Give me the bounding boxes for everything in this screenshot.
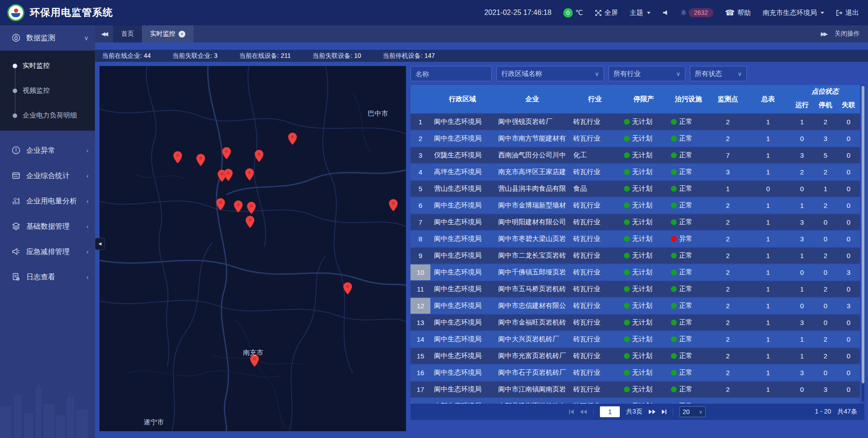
notification-area[interactable]: 2632 xyxy=(680,8,713,17)
cell-stop-count: 5 xyxy=(814,147,837,163)
map-pin[interactable] xyxy=(388,199,398,214)
name-search-input[interactable] xyxy=(410,66,492,81)
logout-button[interactable]: 退出 xyxy=(836,9,859,17)
sidebar-item-power-load-detail[interactable]: 企业电力负荷明细 xyxy=(0,103,95,128)
cell-industry: 砖瓦行业 xyxy=(570,398,620,404)
col-company: 企业 xyxy=(495,85,570,113)
sidebar-item-log-view[interactable]: 日志查看 ‹ xyxy=(0,264,95,290)
cell-limit-status: 无计划 xyxy=(620,298,667,314)
cell-total-meters: 1 xyxy=(746,348,790,364)
table-row[interactable]: 6阆中生态环境局阆中市金博瑞新型墙材砖瓦行业无计划正常21120 xyxy=(410,198,860,213)
name-search-field[interactable] xyxy=(415,70,487,78)
sidebar-item-video-monitor[interactable]: 视频监控 xyxy=(0,78,95,103)
map-pin[interactable] xyxy=(173,151,183,166)
submenu-data-monitor: 实时监控 视频监控 企业电力负荷明细 xyxy=(0,51,95,131)
table-row[interactable]: 11阆中生态环境局阆中市五马桥页岩机砖砖瓦行业无计划正常21120 xyxy=(410,281,860,297)
total-rows-label: 共47条 xyxy=(837,408,857,416)
table-row[interactable]: 12阆中生态环境局阆中市忠信建材有限公砖瓦行业无计划正常21003 xyxy=(410,298,860,314)
map-pin[interactable] xyxy=(222,147,231,162)
gis-map[interactable]: 巴中市南充市遂宁市 ◀ xyxy=(99,66,406,431)
table-row[interactable]: 17阆中生态环境局阆中市江南镇阆南页岩砖瓦行业无计划正常21030 xyxy=(410,381,860,397)
region-select[interactable]: 行政区域名称∨ xyxy=(496,66,604,81)
table-row[interactable]: 15阆中生态环境局阆中市光富页岩机砖厂砖瓦行业无计划正常21120 xyxy=(410,348,860,364)
cell-run-count: 1 xyxy=(790,248,814,264)
stat-lost-devices: 当前失联设备:10 xyxy=(312,52,361,60)
map-pin[interactable] xyxy=(196,154,206,169)
cell-industry: 砖瓦行业 xyxy=(570,264,620,280)
last-page-button[interactable] xyxy=(662,410,666,414)
table-row[interactable]: 5营山生态环境局营山县润丰肉食品有限食品无计划正常10010 xyxy=(410,181,860,197)
table-row[interactable]: 9阆中生态环境局阆中市二龙长宝页岩砖砖瓦行业无计划正常21120 xyxy=(410,248,860,264)
table-scrollbar[interactable] xyxy=(862,85,864,401)
sound-mute-button[interactable] xyxy=(662,9,669,16)
sidebar-item-power-analysis[interactable]: 企业用电量分析 ‹ xyxy=(0,188,95,214)
cell-company: 阆中市忠信建材有限公 xyxy=(495,298,570,314)
help-button[interactable]: ☎ 帮助 xyxy=(725,9,751,17)
close-tab-icon[interactable]: × xyxy=(179,31,185,38)
fullscreen-button[interactable]: 全屏 xyxy=(595,9,618,17)
chevron-left-icon: ‹ xyxy=(86,273,89,281)
scrollbar-thumb[interactable] xyxy=(862,86,864,383)
table-row[interactable]: 14阆中生态环境局阆中大兴页岩机砖厂砖瓦行业无计划正常21120 xyxy=(410,331,860,347)
cell-run-count: 1 xyxy=(790,348,814,364)
org-dropdown[interactable]: 南充市生态环境局 xyxy=(763,9,824,17)
map-pin[interactable] xyxy=(223,169,233,184)
table-row[interactable]: 4高坪生态环境局南充市高坪区王家店建砖瓦行业无计划正常31220 xyxy=(410,164,860,180)
sidebar-item-base-data[interactable]: 基础数据管理 ‹ xyxy=(0,214,95,239)
chevron-down-icon: ∨ xyxy=(737,71,742,77)
sidebar-item-realtime-monitor[interactable]: 实时监控 xyxy=(0,53,95,78)
table-row[interactable]: 18南部生态环境局南部县建兴页岩机砖有砖瓦行业无计划正常21030 xyxy=(410,398,860,404)
cell-region: 阆中生态环境局 xyxy=(430,248,495,264)
cell-industry: 砖瓦行业 xyxy=(570,298,620,314)
cell-limit-status: 无计划 xyxy=(620,131,667,146)
sidebar-item-emergency-reduction[interactable]: 应急减排管理 ‹ xyxy=(0,239,95,264)
page-number-input[interactable] xyxy=(600,406,620,417)
prev-page-button[interactable] xyxy=(580,410,587,414)
chevron-left-icon: ‹ xyxy=(86,172,89,179)
table-row[interactable]: 3仪陇生态环境局西南油气田分公司川中化工无计划正常71350 xyxy=(410,147,860,163)
map-pin[interactable] xyxy=(288,132,297,147)
status-dot-icon xyxy=(624,253,630,259)
cell-treatment-status: 正常 xyxy=(667,381,710,397)
table-row[interactable]: 13阆中生态环境局阆中市金福旺页岩机砖砖瓦行业无计划正常21300 xyxy=(410,315,860,330)
theme-dropdown[interactable]: 主题 xyxy=(630,9,651,17)
scroll-tabs-right-icon[interactable]: ▶▶ xyxy=(821,31,826,37)
cell-stop-count: 2 xyxy=(814,248,837,264)
map-pin[interactable] xyxy=(216,198,226,213)
status-select[interactable]: 所有状态∨ xyxy=(690,66,747,81)
table-row[interactable]: 16阆中生态环境局阆中市石子页岩机砖厂砖瓦行业无计划正常21300 xyxy=(410,365,860,381)
status-dot-icon xyxy=(671,386,677,392)
cell-stop-count: 1 xyxy=(814,181,837,197)
table-row[interactable]: 8阆中生态环境局阆中市枣碧大梁山页岩砖瓦行业无计划异常21300 xyxy=(410,231,860,247)
close-operations-button[interactable]: 关闭操作 xyxy=(835,30,860,38)
status-dot-icon xyxy=(624,303,630,309)
table-row[interactable]: 7阆中生态环境局阆中明阳建材有限公司砖瓦行业无计划正常21300 xyxy=(410,214,860,230)
map-pin[interactable] xyxy=(245,168,255,183)
first-page-button[interactable] xyxy=(569,410,574,414)
collapse-tabs-icon[interactable]: ◀◀ xyxy=(95,25,113,42)
industry-select[interactable]: 所有行业∨ xyxy=(609,66,685,81)
row-number: 1 xyxy=(410,114,430,130)
tab-home[interactable]: 首页 xyxy=(113,25,142,42)
map-pin[interactable] xyxy=(343,282,353,297)
cell-lost-count: 0 xyxy=(837,315,860,330)
table-row[interactable]: 1阆中生态环境局阆中强锐页岩砖厂砖瓦行业无计划正常21120 xyxy=(410,114,860,130)
sidebar-item-enterprise-abnormal[interactable]: 企业异常 ‹ xyxy=(0,138,95,163)
next-page-button[interactable] xyxy=(649,410,656,414)
map-pin[interactable] xyxy=(254,150,264,165)
row-number: 12 xyxy=(410,298,430,314)
map-pin[interactable] xyxy=(246,202,256,217)
status-dot-icon xyxy=(624,353,630,359)
collapse-panel-button[interactable]: ◀ xyxy=(95,238,105,250)
table-row[interactable]: 2阆中生态环境局阆中市南方节能建材有砖瓦行业无计划正常21030 xyxy=(410,131,860,146)
table-row[interactable]: 10阆中生态环境局阆中千佛镇五郎垭页岩砖瓦行业无计划正常21003 xyxy=(410,264,860,280)
map-pin[interactable] xyxy=(233,200,243,215)
tab-realtime-monitor[interactable]: 实时监控 × xyxy=(142,25,193,42)
map-pin[interactable] xyxy=(245,216,255,231)
status-dot-icon xyxy=(671,236,677,242)
cell-limit-status: 无计划 xyxy=(620,248,667,264)
sidebar-item-data-monitor[interactable]: 数据监测 ∨ xyxy=(0,25,95,51)
cell-monitor-points: 2 xyxy=(710,264,746,280)
sidebar-item-enterprise-statistics[interactable]: 企业综合统计 ‹ xyxy=(0,163,95,188)
page-size-select[interactable]: 20∨ xyxy=(679,406,706,417)
